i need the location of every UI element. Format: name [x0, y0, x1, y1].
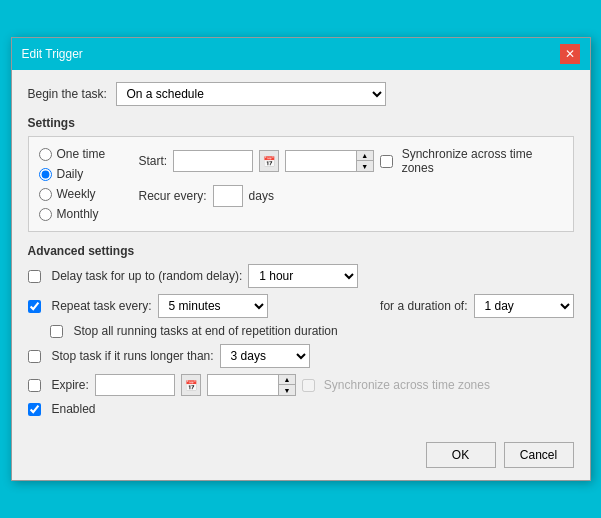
- stop-task-select[interactable]: 3 days 1 hour 2 hours: [220, 344, 310, 368]
- stop-task-checkbox[interactable]: [28, 350, 41, 363]
- calendar-button[interactable]: 📅: [259, 150, 279, 172]
- radio-onetime-label: One time: [57, 147, 106, 161]
- radio-weekly-label: Weekly: [57, 187, 96, 201]
- sync-check-start: Synchronize across time zones: [380, 147, 563, 175]
- radio-onetime: One time: [39, 147, 129, 161]
- recur-label: Recur every:: [139, 189, 207, 203]
- radio-monthly-label: Monthly: [57, 207, 99, 221]
- delay-row: Delay task for up to (random delay): 1 h…: [28, 264, 574, 288]
- ok-button[interactable]: OK: [426, 442, 496, 468]
- close-button[interactable]: ✕: [560, 44, 580, 64]
- start-label: Start:: [139, 154, 168, 168]
- stop-task-row: Stop task if it runs longer than: 3 days…: [28, 344, 574, 368]
- expire-time-input[interactable]: 14:22:49: [208, 375, 278, 395]
- edit-trigger-dialog: Edit Trigger ✕ Begin the task: On a sche…: [11, 37, 591, 481]
- sync-label-expire: Synchronize across time zones: [324, 378, 490, 392]
- radio-column: One time Daily Weekly Monthly: [39, 147, 129, 221]
- begin-row: Begin the task: On a schedule At log on …: [28, 82, 574, 106]
- time-up-button[interactable]: ▲: [357, 151, 373, 161]
- repeat-row: Repeat task every: 5 minutes 10 minutes …: [28, 294, 574, 318]
- for-duration-label: for a duration of:: [380, 299, 467, 313]
- dialog-title: Edit Trigger: [22, 47, 83, 61]
- time-down-button[interactable]: ▼: [357, 161, 373, 171]
- repeat-select[interactable]: 5 minutes 10 minutes 15 minutes 30 minut…: [158, 294, 268, 318]
- recur-input[interactable]: 1: [213, 185, 243, 207]
- start-row: Start: 30. 3.2014 📅 00:00:00 ▲ ▼: [139, 147, 563, 175]
- enabled-row: Enabled: [28, 402, 574, 416]
- duration-select[interactable]: 1 day 30 minutes 1 hour 12 hours Indefin…: [474, 294, 574, 318]
- time-spinner: ▲ ▼: [356, 151, 373, 171]
- begin-select[interactable]: On a schedule At log on At startup On id…: [116, 82, 386, 106]
- settings-label: Settings: [28, 116, 574, 130]
- expire-date-input[interactable]: 30. 3.2015: [95, 374, 175, 396]
- expire-time-spinner: ▲ ▼: [278, 375, 295, 395]
- radio-daily-input[interactable]: [39, 168, 52, 181]
- expire-time-down[interactable]: ▼: [279, 385, 295, 395]
- repeat-label: Repeat task every:: [52, 299, 152, 313]
- delay-label: Delay task for up to (random delay):: [52, 269, 243, 283]
- stop-repetition-checkbox[interactable]: [50, 325, 63, 338]
- time-input-wrap: 00:00:00 ▲ ▼: [285, 150, 374, 172]
- settings-box: One time Daily Weekly Monthly: [28, 136, 574, 232]
- advanced-section: Advanced settings Delay task for up to (…: [28, 244, 574, 416]
- radio-onetime-input[interactable]: [39, 148, 52, 161]
- start-date-input[interactable]: 30. 3.2014: [173, 150, 253, 172]
- title-bar: Edit Trigger ✕: [12, 38, 590, 70]
- expire-label: Expire:: [52, 378, 89, 392]
- cancel-button[interactable]: Cancel: [504, 442, 574, 468]
- expire-calendar-button[interactable]: 📅: [181, 374, 201, 396]
- delay-select[interactable]: 1 hour 30 minutes 2 hours: [248, 264, 358, 288]
- repeat-checkbox[interactable]: [28, 300, 41, 313]
- radio-weekly-input[interactable]: [39, 188, 52, 201]
- stop-task-label: Stop task if it runs longer than:: [52, 349, 214, 363]
- stop-repetition-row: Stop all running tasks at end of repetit…: [50, 324, 574, 338]
- sync-check-expire: Synchronize across time zones: [302, 378, 490, 392]
- recur-unit: days: [249, 189, 274, 203]
- expire-time-wrap: 14:22:49 ▲ ▼: [207, 374, 296, 396]
- button-row: OK Cancel: [12, 434, 590, 480]
- radio-daily-label: Daily: [57, 167, 84, 181]
- enabled-checkbox[interactable]: [28, 403, 41, 416]
- recur-row: Recur every: 1 days: [139, 185, 563, 207]
- for-duration: for a duration of: 1 day 30 minutes 1 ho…: [380, 294, 573, 318]
- delay-checkbox[interactable]: [28, 270, 41, 283]
- start-time-input[interactable]: 00:00:00: [286, 151, 356, 171]
- radio-daily: Daily: [39, 167, 129, 181]
- stop-repetition-label: Stop all running tasks at end of repetit…: [74, 324, 338, 338]
- expire-time-up[interactable]: ▲: [279, 375, 295, 385]
- begin-label: Begin the task:: [28, 87, 108, 101]
- expire-checkbox[interactable]: [28, 379, 41, 392]
- enabled-label: Enabled: [52, 402, 96, 416]
- expire-row: Expire: 30. 3.2015 📅 14:22:49 ▲ ▼ Synchr…: [28, 374, 574, 396]
- advanced-label: Advanced settings: [28, 244, 574, 258]
- radio-monthly: Monthly: [39, 207, 129, 221]
- radio-monthly-input[interactable]: [39, 208, 52, 221]
- sync-checkbox-expire[interactable]: [302, 379, 315, 392]
- schedule-panel: Start: 30. 3.2014 📅 00:00:00 ▲ ▼: [129, 147, 563, 221]
- sync-label-start: Synchronize across time zones: [402, 147, 563, 175]
- sync-checkbox-start[interactable]: [380, 155, 393, 168]
- radio-weekly: Weekly: [39, 187, 129, 201]
